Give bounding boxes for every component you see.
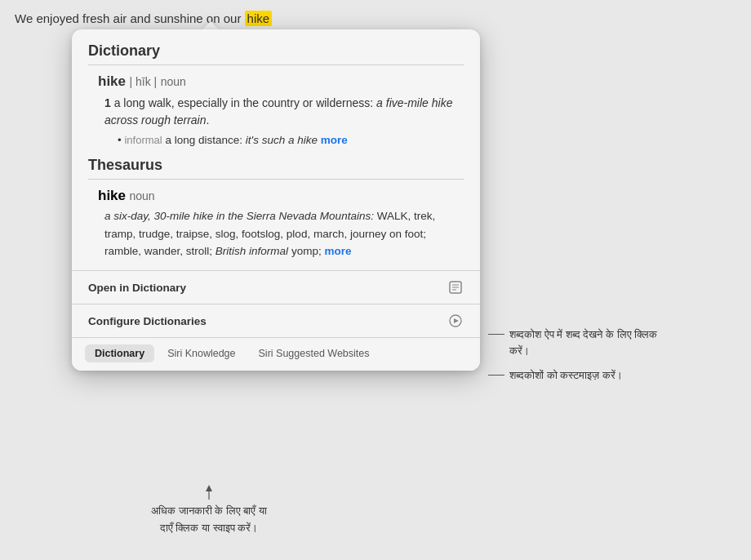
background-sentence: We enjoyed fresh air and sunshine on our…	[15, 11, 272, 25]
tab-siri-knowledge[interactable]: Siri Knowledge	[158, 344, 245, 362]
popup-arrow	[202, 21, 219, 29]
configure-dicts-icon	[447, 313, 464, 329]
bottom-annotation: अधिक जानकारी के लिए बाएँ यादाएँ क्लिक या…	[151, 485, 267, 537]
definition-1: 1 a long walk, especially in the country…	[104, 95, 464, 129]
highlighted-word: hike	[245, 11, 273, 26]
thes-informal-word: yomp;	[291, 245, 322, 257]
open-in-dict-label: Open in Dictionary	[88, 282, 186, 294]
open-in-dictionary-row[interactable]: Open in Dictionary	[72, 270, 480, 304]
svg-marker-5	[454, 318, 459, 323]
thesaurus-word-header: hike noun	[98, 188, 464, 204]
thes-example: a six-day, 30-mile hike in the Sierra Ne…	[104, 210, 374, 222]
tabs-row: Dictionary Siri Knowledge Siri Suggested…	[72, 337, 480, 371]
thes-word: hike	[98, 188, 126, 203]
thesaurus-content: a six-day, 30-mile hike in the Sierra Ne…	[104, 207, 464, 260]
bullet-informal: informal	[124, 134, 162, 146]
dictionary-divider	[88, 64, 464, 65]
dictionary-popup: Dictionary hike | hīk | noun 1 a long wa…	[72, 29, 480, 371]
svg-marker-7	[206, 485, 212, 491]
bullet-example: it's such a hike	[246, 134, 318, 146]
configure-dicts-label: Configure Dictionaries	[88, 315, 207, 327]
popup-content: Dictionary hike | hīk | noun 1 a long wa…	[72, 29, 480, 260]
dictionary-word-header: hike | hīk | noun	[98, 73, 464, 90]
tab-siri-suggested[interactable]: Siri Suggested Websites	[249, 344, 380, 362]
thesaurus-section-title: Thesaurus	[88, 157, 464, 174]
tab-dictionary[interactable]: Dictionary	[85, 344, 154, 362]
thesaurus-divider	[88, 179, 464, 180]
thes-pos: noun	[129, 189, 154, 202]
dictionary-section-title: Dictionary	[88, 42, 464, 60]
annotation-open-in-dict-text: शब्दकोश ऐप में शब्द देखने के लिए क्लिक क…	[509, 327, 673, 358]
thes-informal-label: British informal	[216, 245, 288, 257]
dict-pos: noun	[161, 75, 186, 88]
bullet-text: a long distance:	[166, 134, 243, 146]
definition-block: 1 a long walk, especially in the country…	[104, 95, 464, 149]
def-num: 1	[104, 96, 111, 109]
thes-more-link[interactable]: more	[324, 245, 351, 257]
open-in-dict-icon	[447, 279, 464, 296]
annotation-configure-text: शब्दकोशों को कस्टमाइज़ करें।	[509, 367, 623, 384]
thesaurus-section: Thesaurus hike noun a six-day, 30-mile h…	[88, 157, 464, 260]
bottom-annotation-text: अधिक जानकारी के लिए बाएँ यादाएँ क्लिक या…	[151, 503, 267, 537]
annotation-configure: शब्दकोशों को कस्टमाइज़ करें।	[488, 367, 623, 384]
definition-bullet: • informal a long distance: it's such a …	[118, 132, 464, 149]
dict-word: hike	[98, 73, 126, 89]
def-text: a long walk, especially in the country o…	[114, 96, 374, 109]
annotation-open-in-dict: शब्दकोश ऐप में शब्द देखने के लिए क्लिक क…	[488, 327, 673, 358]
dict-pronunciation: | hīk |	[129, 75, 157, 88]
configure-dictionaries-row[interactable]: Configure Dictionaries	[72, 304, 480, 337]
dict-more-link[interactable]: more	[321, 134, 348, 146]
